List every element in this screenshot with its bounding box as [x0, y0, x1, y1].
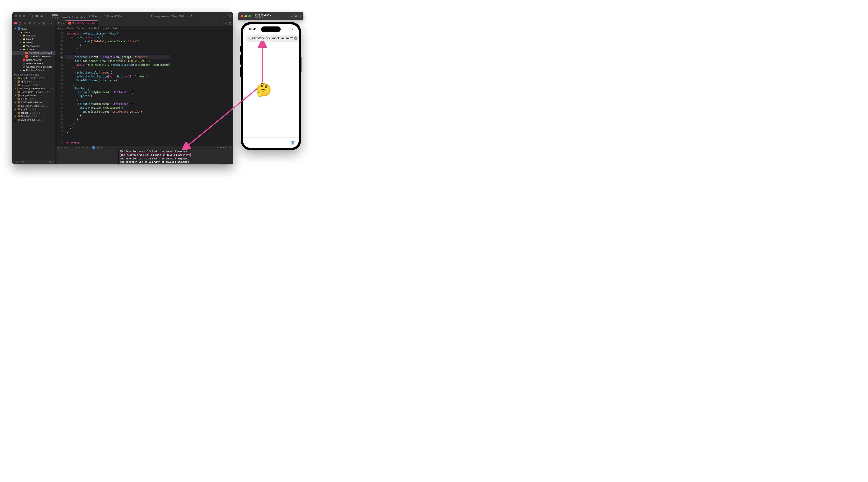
console-filter[interactable]: [154, 164, 222, 164]
package-row[interactable]: ▸GoogleUtilities7.13.1: [12, 94, 56, 97]
environment-overrides-icon[interactable]: ✶: [86, 146, 88, 149]
bookmark-nav-icon[interactable]: 🔖: [24, 22, 27, 25]
tree-row[interactable]: ▾📁Screens: [12, 48, 56, 51]
tree-row[interactable]: ▸📁Services: [12, 34, 56, 37]
nav-forward-icon[interactable]: ›: [63, 22, 64, 25]
iphone-screen[interactable]: 09:41 􀙇 􀙈 􀛨 🔍 Firestone documents in Swi…: [243, 24, 299, 148]
add-file-icon[interactable]: +: [14, 160, 15, 163]
breadcrumb-item[interactable]: Screens: [76, 27, 85, 30]
memory-graph-icon[interactable]: ⌖: [79, 146, 80, 149]
step-out-icon[interactable]: ↑: [71, 146, 72, 149]
tree-row[interactable]: GoogleService-Info.plist: [12, 65, 56, 68]
code-body[interactable]: extension NotesListScreen: View { var bo…: [65, 31, 170, 146]
navigator-tabs[interactable]: ◫ 🔖 🔍 ⚠ ◇ ▤ — ☐: [12, 20, 56, 26]
zoom-icon[interactable]: [248, 15, 251, 17]
scheme-selector[interactable]: Notes #1 · Add "Notes for iOS" sample ap…: [52, 13, 87, 19]
package-row[interactable]: ▸GTMSessionFetcher3.4.1: [12, 101, 56, 104]
tree-row[interactable]: ▾Notes: [12, 27, 56, 30]
package-row[interactable]: ▸nanopb2.30910.0: [12, 111, 56, 115]
package-row[interactable]: ▸GoogleAppMeasurement10.24.0: [12, 87, 56, 90]
library-icon[interactable]: [227, 14, 230, 18]
breadcrumb-item[interactable]: NotesListScreen.swift: [89, 27, 109, 30]
nav-back-icon[interactable]: ‹: [61, 22, 62, 25]
console-toggle-icon[interactable]: [229, 146, 231, 149]
package-row[interactable]: ▸GoogleDataTransport9.4.0: [12, 90, 56, 94]
package-row[interactable]: ▸abseil1.2024011601.1: [12, 77, 56, 80]
xcode-window: Notes #1 · Add "Notes for iOS" sample ap…: [12, 12, 233, 164]
traffic-lights[interactable]: [15, 15, 25, 17]
find-nav-icon[interactable]: 🔍: [28, 22, 31, 25]
results-list[interactable]: [243, 43, 299, 138]
package-row[interactable]: ▸AppCheck10.19.0: [12, 80, 56, 83]
compose-icon[interactable]: [291, 141, 295, 145]
package-row[interactable]: ▸InteropForGoogle100.0.0: [12, 104, 56, 108]
minimize-icon[interactable]: [244, 15, 247, 17]
tree-row[interactable]: ▸📁Model: [12, 37, 56, 41]
add-button[interactable]: +: [223, 14, 225, 18]
adjust-editor-icon[interactable]: ⇄: [225, 22, 227, 25]
pause-icon[interactable]: ‖: [61, 146, 62, 149]
view-debug-icon[interactable]: ⬚: [74, 146, 76, 149]
tree-row[interactable]: NotesApp.swift: [12, 58, 56, 62]
file-tree[interactable]: ▾Notes▾📁Notes▸📁Services▸📁Model▸📁Views▸📁V…: [12, 26, 56, 159]
jump-bar[interactable]: Notes〉Notes〉Screens〉NotesListScreen.swif…: [56, 26, 233, 31]
source-control-nav-icon[interactable]: ◫: [19, 22, 22, 25]
editor-options-icon[interactable]: ≡: [222, 22, 223, 25]
tree-row[interactable]: NoteEditScreen.swift: [12, 55, 56, 58]
source-editor[interactable]: 3536464748495051525354555657585960616263…: [56, 31, 233, 146]
console-line: The function was called with an invalid …: [120, 150, 232, 153]
tree-row[interactable]: Assets.xcassets: [12, 62, 56, 65]
navigator-filter[interactable]: [19, 160, 48, 163]
minimize-icon[interactable]: [19, 15, 21, 17]
tree-row[interactable]: ▸📁Preview Content: [12, 68, 56, 72]
rotate-icon[interactable]: ⟲: [299, 14, 301, 18]
filter-scope-icon[interactable]: ⊙: [49, 160, 51, 163]
breakpoint-nav-icon[interactable]: —: [46, 22, 49, 25]
editor-tab[interactable]: NotesListScreen.swift: [66, 20, 98, 26]
split-editor-icon[interactable]: ◫: [229, 22, 231, 25]
proj-icon: [18, 27, 20, 30]
simulate-location-icon[interactable]: ⤺: [82, 146, 84, 149]
package-row[interactable]: ▸SwiftProtobuf1.26.0: [12, 118, 56, 121]
test-nav-icon[interactable]: ◇: [38, 22, 40, 25]
activity-status: Running Notes on iPhone 15 Pro ▲ 2: [124, 15, 219, 18]
variables-view[interactable]: [56, 149, 119, 164]
clear-console-icon[interactable]: 🗑: [223, 164, 225, 164]
warnings-badge[interactable]: ▲ 2: [188, 15, 192, 18]
step-over-icon[interactable]: ↷: [64, 146, 66, 149]
close-icon[interactable]: [241, 15, 243, 17]
stop-button[interactable]: [36, 15, 38, 17]
project-nav-icon[interactable]: [14, 22, 17, 25]
run-button[interactable]: [41, 15, 43, 18]
tree-row[interactable]: ▸📁Views: [12, 41, 56, 44]
run-destination[interactable]: ◧ Notes 〉 ▢ iPhone 15 Pro: [89, 14, 122, 18]
sim-traffic-lights[interactable]: [241, 15, 251, 17]
package-row[interactable]: ▸gRPC1.62.2: [12, 97, 56, 101]
sidebar-toggle-icon[interactable]: [29, 14, 33, 18]
package-row[interactable]: ▸leveldb1.22.5: [12, 108, 56, 111]
search-field[interactable]: 🔍 Firestone documents in Swift? ✕: [246, 35, 299, 42]
breakpoint-toggle-icon[interactable]: ▮: [58, 146, 59, 149]
variables-filter[interactable]: [71, 164, 144, 164]
clear-icon[interactable]: ✕: [294, 36, 297, 40]
close-icon[interactable]: [15, 15, 17, 17]
auto-scope[interactable]: Auto ⌃: [57, 164, 64, 164]
screenshot-icon[interactable]: ⧉: [295, 14, 297, 18]
issue-nav-icon[interactable]: ⚠: [33, 22, 36, 25]
debug-nav-icon[interactable]: ▤: [42, 22, 45, 25]
package-row[interactable]: ▸Firebase10.24.0: [12, 83, 56, 87]
breadcrumb-item[interactable]: Notes: [58, 27, 63, 30]
home-icon[interactable]: ⌂: [291, 14, 293, 18]
breadcrumb-item[interactable]: Notes: [67, 27, 73, 30]
tree-row[interactable]: ▾📁Notes: [12, 30, 56, 34]
breadcrumb-item[interactable]: body: [113, 27, 118, 30]
report-nav-icon[interactable]: ☐: [51, 22, 54, 25]
zoom-icon[interactable]: [23, 15, 25, 17]
debug-target[interactable]: Notes: [97, 146, 103, 149]
tree-row[interactable]: ▸📁ViewModifiers: [12, 44, 56, 48]
console-output[interactable]: The function was called with an invalid …: [119, 149, 233, 164]
step-into-icon[interactable]: ↓: [68, 146, 69, 149]
package-row[interactable]: ▸Promises2.4.0: [12, 115, 56, 118]
tab-menu-icon[interactable]: ⊞: [58, 22, 60, 25]
tree-row[interactable]: NotesListScreen.swift: [12, 51, 56, 55]
